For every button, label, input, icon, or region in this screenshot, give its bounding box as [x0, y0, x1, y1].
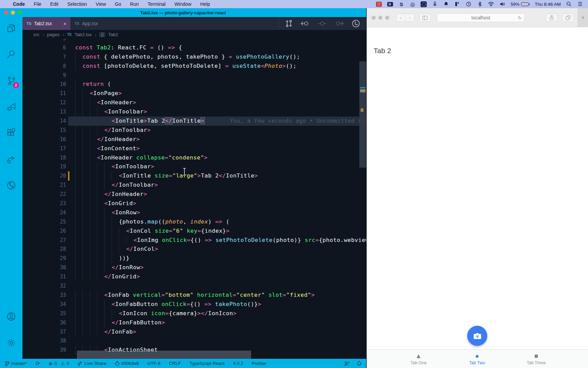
problems-indicator[interactable]: ⊗0 ⚠0 — [49, 361, 69, 366]
search-icon[interactable] — [5, 48, 17, 60]
settings-gear-icon[interactable] — [5, 337, 17, 349]
typescript-version[interactable]: 4.0.2 — [233, 361, 243, 366]
vscode-title-bar[interactable]: Tab2.tsx — photo-gallery-capacitor-react — [0, 8, 366, 17]
code-line[interactable]: 30</IonRow> — [22, 263, 366, 272]
code-line[interactable]: 28</IonCol> — [22, 245, 366, 254]
address-bar[interactable]: localhost ↻ — [437, 13, 525, 22]
encoding-indicator[interactable]: UTF-8 — [147, 361, 160, 366]
code-line[interactable]: 14<IonTitle>Tab 2</IonTitle>You, a few s… — [22, 117, 366, 126]
notifications-bell-icon[interactable] — [357, 361, 361, 366]
navigate-back-icon[interactable] — [301, 20, 310, 27]
timeline-run-icon[interactable] — [352, 19, 360, 28]
tab-two-button[interactable]: ● Tab Two — [458, 352, 496, 365]
menu-item-terminal[interactable]: Terminal — [148, 1, 166, 7]
battery-indicator[interactable]: 59% ⚡ — [510, 2, 529, 7]
breadcrumb-pages[interactable]: pages — [47, 32, 60, 37]
rocket-icon[interactable] — [432, 1, 438, 7]
code-line[interactable]: 16</IonHeader> — [22, 135, 366, 144]
forward-button[interactable]: › — [405, 14, 414, 22]
camera-status-icon[interactable] — [387, 1, 393, 7]
code-line[interactable]: 12<IonHeader> — [22, 98, 366, 107]
code-line[interactable]: 25{photos.map((photo, index) => ( — [22, 217, 366, 227]
code-line[interactable]: 17<IonContent> — [22, 144, 366, 153]
git-branch-indicator[interactable]: master* — [5, 361, 27, 366]
eol-indicator[interactable]: CRLF — [169, 361, 181, 366]
code-line[interactable]: 37</IonFab> — [22, 327, 366, 337]
new-tab-button[interactable]: + — [578, 8, 588, 27]
extensions-icon[interactable] — [5, 127, 17, 139]
volume-icon[interactable] — [499, 1, 505, 7]
code-line[interactable]: 7const { deletePhoto, photos, takePhoto … — [22, 52, 366, 62]
code-line[interactable]: 29))} — [22, 254, 366, 263]
bluetooth-icon[interactable] — [477, 1, 483, 7]
code-line[interactable]: 11<IonPage> — [22, 89, 366, 98]
close-window-button[interactable] — [372, 16, 376, 20]
compare-changes-icon[interactable] — [285, 19, 293, 28]
run-debug-icon[interactable] — [5, 101, 17, 112]
spotlight-search-icon[interactable] — [566, 1, 572, 7]
vertical-scrollbar[interactable] — [359, 61, 366, 168]
target-icon[interactable]: ◎ — [409, 1, 415, 7]
menu-item-run[interactable]: Run — [130, 1, 139, 7]
code-line[interactable]: 6const Tab2: React.FC = () => { — [22, 43, 366, 52]
minimize-window-button[interactable] — [378, 16, 382, 20]
code-line[interactable]: 20<IonTitle size="large">Tab 2</IonTitle… — [22, 171, 366, 181]
code-editor[interactable]: 56const Tab2: React.FC = () => {7const {… — [22, 39, 366, 359]
code-line[interactable]: 10return ( — [22, 80, 366, 89]
menu-item-view[interactable]: View — [96, 1, 106, 7]
menu-item-code[interactable]: Code — [13, 1, 25, 7]
camera-fab-button[interactable] — [467, 326, 487, 346]
menu-item-file[interactable]: File — [34, 1, 42, 7]
code-line[interactable]: 32 — [22, 281, 366, 291]
code-line[interactable]: 26<IonCol size="6" key={index}> — [22, 227, 366, 236]
code-line[interactable]: 8const [photoToDelete, setPhotoToDelete]… — [22, 62, 366, 71]
tab-one-button[interactable]: ▲ Tab One — [400, 352, 437, 365]
breadcrumb-file[interactable]: Tab2.tsx — [75, 32, 92, 37]
language-mode-indicator[interactable]: TypeScript React — [190, 361, 225, 366]
explorer-icon[interactable] — [5, 22, 17, 34]
sync-button[interactable]: ⟳ — [36, 360, 40, 367]
clock-icon[interactable] — [466, 1, 472, 7]
live-share-button[interactable]: Live Share — [78, 361, 107, 366]
code-line[interactable]: 35<IonIcon icon={camera}></IonIcon> — [22, 309, 366, 318]
peacock-color-indicator[interactable]: #00b3e6 — [115, 361, 139, 366]
window-manager-icon[interactable]: ◯ — [421, 1, 427, 7]
code-line[interactable]: 22</IonHeader> — [22, 190, 366, 199]
control-center-icon[interactable]: ☰ — [577, 1, 583, 7]
code-line[interactable]: 18<IonHeader collapse="condense"> — [22, 153, 366, 163]
sidebar-button[interactable] — [419, 14, 431, 22]
code-line[interactable]: 33<IonFab vertical="bottom" horizontal="… — [22, 291, 366, 300]
code-line[interactable]: 31</IonGrid> — [22, 272, 366, 281]
zoom-window-button[interactable] — [385, 16, 389, 20]
code-line[interactable]: 38 — [22, 336, 366, 346]
accounts-icon[interactable] — [5, 311, 17, 322]
horizontal-scrollbar[interactable] — [77, 351, 251, 359]
tab-tab2-tsx[interactable]: TS Tab2.tsx × — [22, 17, 70, 30]
menu-item-go[interactable]: Go — [115, 1, 121, 7]
menu-item-window[interactable]: Window — [175, 1, 192, 7]
wifi-icon[interactable] — [488, 1, 494, 7]
menu-item-help[interactable]: Help — [200, 1, 210, 7]
stocks-icon[interactable]: S — [398, 1, 404, 7]
code-line[interactable]: 15</IonToolbar> — [22, 126, 366, 135]
source-control-icon[interactable]: 2 — [5, 75, 17, 87]
navigate-forward-icon[interactable] — [335, 20, 344, 27]
breadcrumb-symbol[interactable]: Tab2 — [108, 32, 118, 37]
code-line[interactable]: 21</IonToolbar> — [22, 181, 366, 190]
tab-overview-button[interactable] — [562, 14, 574, 22]
live-share-icon[interactable] — [5, 153, 17, 165]
notifications-bell-icon[interactable] — [443, 1, 449, 7]
code-line[interactable]: 27<IonImg onClick={() => setPhotoToDelet… — [22, 236, 366, 245]
close-tab-icon[interactable]: × — [63, 21, 66, 27]
menu-item-edit[interactable]: Edit — [50, 1, 59, 7]
back-button[interactable]: ‹ — [396, 14, 405, 22]
menu-clock[interactable]: Thu 8:46 AM — [535, 2, 561, 7]
code-line[interactable]: 13<IonToolbar> — [22, 107, 366, 117]
menu-item-selection[interactable]: Selection — [67, 1, 87, 7]
reload-icon[interactable]: ↻ — [518, 15, 522, 20]
tab-three-button[interactable]: ■ Tab Three — [518, 352, 555, 365]
timeline-icon[interactable] — [5, 180, 17, 191]
code-line[interactable]: 19<IonToolbar> — [22, 162, 366, 171]
code-line[interactable]: 9 — [22, 71, 366, 80]
code-line[interactable]: 36</IonFabButton> — [22, 318, 366, 327]
